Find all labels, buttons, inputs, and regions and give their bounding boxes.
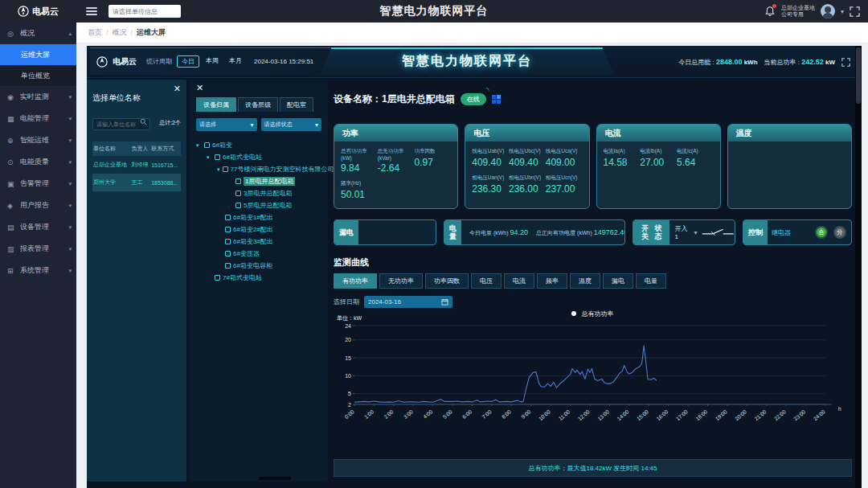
bell-icon[interactable] [764, 6, 776, 17]
fullscreen-icon[interactable] [850, 6, 860, 17]
chevron-icon: ▾ [68, 137, 72, 144]
unit-name-cell[interactable]: 郑州大学 [92, 174, 130, 191]
tree-panel-close-icon[interactable]: ✕ [196, 84, 203, 92]
metric-label: 总无功功率(kVar) [378, 148, 415, 161]
tree-node[interactable]: 3层电井总配电箱 [196, 187, 321, 199]
tree-node[interactable]: ▾77号楼河南电力安测空科技有限公司 [196, 163, 321, 175]
switch-input-select[interactable]: 开入1▾ [674, 224, 697, 240]
sidebar-item[interactable]: ⊙电能质量▾ [0, 151, 76, 173]
filter-select[interactable]: 请选择▾ [196, 118, 257, 131]
tree-checkbox[interactable] [225, 251, 231, 256]
avatar[interactable] [821, 4, 835, 18]
date-picker[interactable]: 2024-03-16 [364, 296, 452, 308]
tree-node-label[interactable]: 6#箱变 [212, 141, 232, 150]
period-button[interactable]: 本月 [225, 55, 246, 68]
tree-checkbox[interactable] [204, 142, 210, 148]
breadcrumb-item[interactable]: 首页 [88, 27, 102, 38]
tree-node[interactable]: 6#箱变1#配出 [196, 211, 321, 223]
tree-expand-icon[interactable]: ▾ [207, 154, 212, 161]
expand-icon[interactable] [841, 58, 850, 67]
tree-node[interactable]: 6#箱变3#配出 [196, 236, 321, 248]
curve-tab[interactable]: 有功功率 [334, 273, 377, 289]
tree-tab[interactable]: 配电室 [280, 97, 313, 112]
tree-tab[interactable]: 设备归属 [196, 97, 236, 112]
tree-node[interactable]: ▾6#箱变 [196, 139, 321, 151]
hamburger-icon[interactable] [86, 7, 97, 15]
tree-node-label[interactable]: 5层电井总配电箱 [244, 201, 292, 210]
tree-node-label[interactable]: 77号楼河南电力安测空科技有限公司 [231, 165, 334, 174]
sidebar-item[interactable]: ◈用户报告▾ [0, 195, 76, 216]
sidebar-subitem[interactable]: 单位概览 [0, 65, 76, 86]
tree-node[interactable]: 6#变压器 [196, 248, 321, 260]
tree-node[interactable]: 1层电井总配电箱 [196, 175, 321, 187]
tree-node-label[interactable]: 6#变压器 [233, 249, 260, 258]
period-button[interactable]: 今日 [177, 55, 199, 68]
tree-node-label[interactable]: 1层电井总配电箱 [244, 177, 295, 186]
tree-node-label[interactable]: 6#箱变1#配出 [233, 213, 273, 222]
tree-checkbox[interactable] [225, 215, 231, 220]
tree-checkbox[interactable] [225, 239, 231, 244]
status-select[interactable]: 请选择状态▾ [261, 118, 322, 131]
tree-node[interactable]: 5层电井总配电箱 [196, 199, 321, 211]
period-button[interactable]: 本周 [202, 55, 223, 68]
unit-table-row[interactable]: 郑州大学王工1853088... [92, 174, 181, 191]
tree-node[interactable]: 7#箱式变电站 [196, 272, 321, 284]
curve-tab[interactable]: 温度 [570, 273, 600, 289]
curve-tab[interactable]: 功率因数 [425, 273, 469, 289]
legend-marker [571, 311, 576, 316]
tree-checkbox[interactable] [223, 166, 228, 172]
tree-checkbox[interactable] [225, 227, 231, 232]
tree-checkbox[interactable] [225, 263, 231, 269]
tree-hscrollbar[interactable] [259, 477, 291, 480]
sidebar-item[interactable]: ▥报表管理▾ [0, 238, 76, 260]
vertical-scrollbar[interactable] [855, 46, 862, 488]
metric-value: 409.40 [509, 157, 546, 168]
curve-tab[interactable]: 电流 [504, 273, 534, 289]
breadcrumb-item[interactable]: 概况 [113, 27, 127, 38]
relay-close-button[interactable]: 合 [815, 226, 828, 239]
sidebar-item[interactable]: ◎概况▴ [0, 23, 76, 44]
tree-expand-icon[interactable]: ▾ [196, 142, 202, 149]
relay-open-button[interactable]: 分 [833, 226, 846, 239]
tree-tab[interactable]: 设备层级 [238, 97, 278, 112]
tree-node-label[interactable]: 6#箱变3#配出 [233, 237, 273, 246]
chart-canvas[interactable]: 25101520240:001:002:003:004:005:006:007:… [334, 314, 852, 443]
tree-node[interactable]: ▾6#箱式变电站 [196, 151, 321, 163]
tree-node-label[interactable]: 3层电井总配电箱 [244, 189, 292, 198]
curve-tab[interactable]: 频率 [537, 273, 567, 289]
layout-grid-icon[interactable] [492, 95, 501, 104]
power-curve-chart[interactable]: 总有功功率 单位：kW 25101520240:001:002:003:004:… [334, 314, 852, 446]
breadcrumb-item[interactable]: 运维大屏 [137, 27, 166, 38]
curve-tab[interactable]: 电量 [636, 273, 666, 289]
sidebar-item[interactable]: ▤设备管理▾ [0, 216, 76, 238]
curve-tab[interactable]: 无功功率 [379, 273, 423, 289]
tree-node-label[interactable]: 6#箱变2#配出 [233, 225, 273, 234]
tree-checkbox[interactable] [215, 154, 220, 160]
sidebar-item[interactable]: ▣告警管理▾ [0, 173, 76, 195]
tree-checkbox[interactable] [215, 275, 220, 281]
unit-panel-close-icon[interactable]: ✕ [174, 84, 181, 92]
sidebar-item[interactable]: ▦电能管理▾ [0, 108, 76, 129]
tree-checkbox[interactable] [235, 203, 241, 208]
tree-node[interactable]: 6#箱变2#配出 [196, 223, 321, 236]
curve-tab[interactable]: 电压 [471, 273, 502, 289]
sidebar-item[interactable]: ⊞系统管理▾ [0, 260, 76, 281]
unit-name-cell[interactable]: 总部企业基地 [92, 156, 130, 174]
search-icon[interactable] [140, 118, 147, 125]
tree-expand-icon[interactable]: ▾ [217, 166, 220, 173]
sidebar-item[interactable]: ◉实时监测▾ [0, 86, 76, 108]
sidebar-item[interactable]: ⊕智能运维▾ [0, 129, 76, 151]
unit-table-row[interactable]: 总部企业基地刘经理1516715... [92, 156, 181, 174]
tree-node[interactable]: 6#箱变电容柜 [196, 260, 321, 272]
tree-node-label[interactable]: 7#箱式变电站 [223, 273, 262, 282]
tree-node-label[interactable]: 6#箱变电容柜 [233, 261, 272, 270]
tree-checkbox[interactable] [235, 178, 241, 184]
sidebar-subitem[interactable]: 运维大屏 [0, 44, 76, 65]
caret-down-icon[interactable]: ▾ [841, 8, 844, 15]
curve-tab[interactable]: 漏电 [603, 273, 633, 289]
unit-select-input[interactable] [108, 5, 181, 18]
app-logo[interactable]: 电易云 [0, 6, 76, 18]
chart-legend[interactable]: 总有功功率 [334, 310, 852, 318]
tree-node-label[interactable]: 6#箱式变电站 [223, 153, 262, 162]
tree-checkbox[interactable] [235, 191, 241, 196]
